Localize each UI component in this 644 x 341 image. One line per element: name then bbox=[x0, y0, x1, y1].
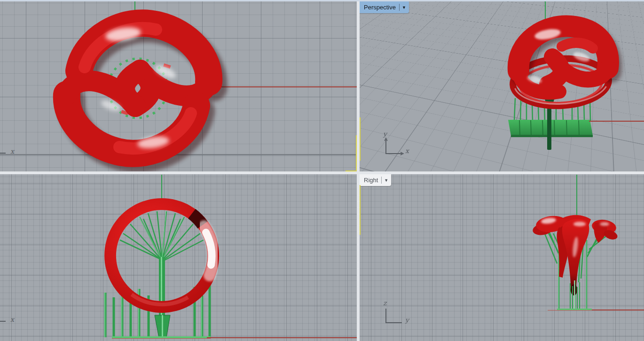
tab-separator bbox=[381, 177, 382, 184]
cplane-axis-icon: x bbox=[0, 315, 22, 326]
viewport-menu-arrow-icon[interactable]: ▼ bbox=[384, 178, 388, 183]
model-front-view[interactable] bbox=[0, 174, 357, 341]
model-top-view[interactable] bbox=[0, 1, 357, 171]
viewport-border-highlight bbox=[360, 185, 361, 235]
axis-x-label: x bbox=[10, 147, 14, 155]
viewport-title: Perspective bbox=[364, 4, 396, 11]
axis-y-label: y bbox=[405, 316, 409, 324]
viewport-right[interactable]: Right ▼ z y bbox=[360, 174, 644, 341]
viewport-border-highlight bbox=[346, 170, 356, 171]
viewport-perspective[interactable]: Perspective ▼ y x bbox=[360, 1, 644, 171]
viewport-menu-arrow-icon[interactable]: ▼ bbox=[402, 5, 406, 10]
cplane-axis-icon: x bbox=[0, 147, 22, 158]
cplane-axis-icon: y x bbox=[380, 133, 413, 159]
axis-y-label: y bbox=[383, 130, 387, 138]
viewport-title-tab[interactable]: Perspective ▼ bbox=[360, 1, 409, 13]
viewport-front[interactable]: x bbox=[0, 174, 357, 341]
axis-x-label: x bbox=[10, 316, 14, 323]
axis-x-label: x bbox=[405, 147, 409, 155]
viewport-border-highlight bbox=[356, 135, 357, 171]
viewport-border-highlight bbox=[360, 117, 361, 161]
viewport-title-tab[interactable]: Right ▼ bbox=[360, 174, 391, 186]
viewport-title: Right bbox=[364, 177, 378, 184]
cad-window: x bbox=[0, 0, 644, 341]
viewport-top[interactable]: x bbox=[0, 1, 357, 171]
axis-z-label: z bbox=[383, 299, 386, 307]
tab-separator bbox=[399, 4, 400, 11]
cplane-axis-icon: z y bbox=[380, 302, 413, 328]
